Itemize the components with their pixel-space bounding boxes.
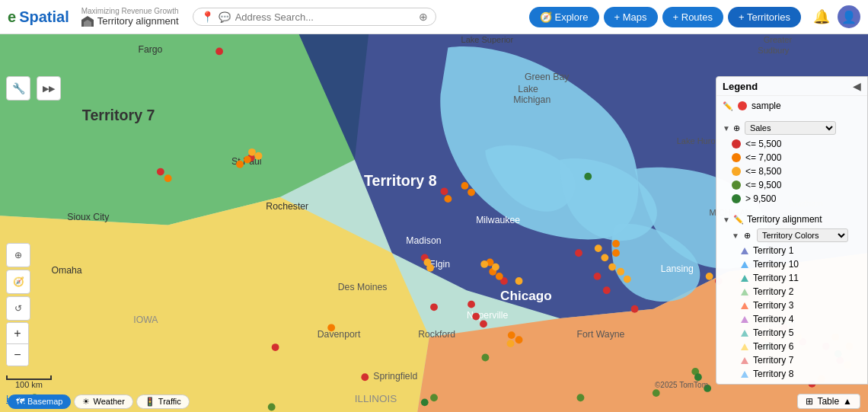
- territory-alignment-header[interactable]: ▼ ✏️ Territory alignment: [723, 212, 861, 227]
- svg-point-85: [601, 254, 608, 261]
- comment-icon: 💬: [219, 11, 231, 23]
- legend-expand-button[interactable]: ◀: [853, 80, 861, 92]
- territory-list: Territory 1 Territory 10 Territory 11 Te…: [723, 244, 861, 381]
- add-location-icon[interactable]: ⊕: [419, 11, 428, 23]
- wrench-tool-button[interactable]: 🔧: [6, 76, 30, 101]
- tool-panel: 🔧: [6, 76, 30, 101]
- territory-triangle-icon: [741, 343, 748, 350]
- sales-item-label: <= 7,000: [745, 152, 781, 163]
- zoom-out-button[interactable]: −: [7, 344, 28, 366]
- svg-point-37: [215, 48, 223, 56]
- sample-edit-icon[interactable]: ✏️: [723, 101, 733, 111]
- sales-legend-item: <= 9,500: [723, 178, 861, 192]
- search-bar[interactable]: 📍 💬 ⊕: [193, 8, 436, 26]
- svg-point-84: [595, 244, 602, 252]
- explore-icon: 🧭: [540, 11, 552, 23]
- basemap-button[interactable]: 🗺 Basemap: [8, 394, 71, 409]
- maps-button[interactable]: + Maps: [604, 7, 658, 27]
- territory-colors-select[interactable]: Territory Colors: [757, 228, 848, 242]
- zoom-in-button[interactable]: +: [7, 323, 28, 344]
- svg-text:Omaha: Omaha: [51, 265, 81, 276]
- territories-button[interactable]: + Territories: [728, 7, 801, 27]
- svg-point-69: [612, 240, 620, 248]
- svg-point-76: [508, 331, 515, 339]
- sales-legend-item: > 9,500: [723, 192, 861, 206]
- svg-text:Rochester: Rochester: [266, 201, 308, 212]
- territory-list-item: Territory 11: [723, 271, 861, 285]
- map-container: Territory 7 Territory 8 Territory 6 Omah…: [0, 34, 868, 412]
- svg-point-68: [496, 273, 503, 280]
- explore-button[interactable]: 🧭 Explore: [529, 7, 599, 27]
- expand-button[interactable]: ▶▶: [37, 76, 61, 101]
- legend-header: Legend ◀: [716, 77, 867, 96]
- svg-point-46: [594, 273, 602, 280]
- territory-list-item: Territory 7: [723, 353, 861, 367]
- sales-dot: [732, 139, 741, 149]
- legend-sample-section: ✏️ sample: [716, 96, 867, 116]
- territory-item-label: Territory 5: [753, 327, 793, 338]
- svg-point-87: [617, 268, 624, 276]
- territory-triangle-icon: [741, 330, 748, 337]
- territory-item-label: Territory 4: [753, 314, 793, 324]
- svg-text:Chicago: Chicago: [500, 288, 552, 303]
- weather-button[interactable]: ☀ Weather: [74, 394, 132, 409]
- svg-point-79: [255, 152, 263, 160]
- territory-triangle-icon: [741, 357, 748, 364]
- svg-point-45: [575, 249, 582, 257]
- sales-legend-item: <= 5,500: [723, 137, 861, 151]
- territory-triangle-icon: [741, 316, 748, 323]
- svg-point-75: [327, 324, 335, 331]
- svg-point-57: [468, 301, 475, 308]
- traffic-button[interactable]: 🚦 Traffic: [136, 394, 190, 409]
- search-input[interactable]: [235, 11, 414, 23]
- territory-item-label: Territory 2: [753, 286, 793, 297]
- page-title: Territory alignment: [97, 15, 179, 27]
- legend-title: Legend: [723, 81, 758, 92]
- map-controls: ⊕ 🧭 ↺: [6, 243, 30, 321]
- locate-me-button[interactable]: ⊕: [6, 243, 30, 267]
- rotate-button[interactable]: ↺: [6, 296, 30, 321]
- territory-edit-icon[interactable]: ✏️: [733, 215, 744, 225]
- sales-item-label: > 9,500: [745, 193, 776, 204]
- sample-color-dot: [738, 101, 747, 110]
- scale-label: 100 km: [6, 380, 52, 389]
- title-row: Territory alignment: [81, 15, 179, 27]
- svg-text:Green Bay: Green Bay: [525, 72, 570, 82]
- svg-text:Milwaukee: Milwaukee: [476, 215, 520, 225]
- expand-icon[interactable]: ▶▶: [37, 76, 61, 101]
- notification-bell-icon[interactable]: 🔔: [813, 8, 830, 25]
- sales-legend-item: <= 7,000: [723, 151, 861, 164]
- legend-panel: Legend ◀ ✏️ sample ▼ ⊕ Sales <= 5,500 <=…: [716, 76, 868, 385]
- territory-list-item: Territory 3: [723, 299, 861, 312]
- sales-dot: [732, 153, 741, 162]
- avatar[interactable]: 👤: [838, 5, 860, 28]
- svg-point-39: [157, 168, 164, 176]
- svg-point-115: [584, 173, 592, 180]
- territory-item-label: Territory 11: [753, 273, 799, 283]
- legend-sales-section: ▼ ⊕ Sales <= 5,500 <= 7,000 <= 8,500 <= …: [716, 116, 867, 209]
- territory-triangle-icon: [741, 261, 748, 268]
- sample-label: sample: [752, 101, 781, 111]
- territory-list-item: Territory 10: [723, 257, 861, 271]
- svg-point-58: [472, 313, 480, 321]
- territory-item-label: Territory 7: [753, 355, 793, 366]
- compass-button[interactable]: 🧭: [6, 270, 30, 294]
- routes-button[interactable]: + Routes: [662, 7, 723, 27]
- svg-point-48: [631, 305, 639, 313]
- legend-sample-item: ✏️ sample: [723, 99, 861, 113]
- sales-icon: ⊕: [733, 123, 740, 133]
- svg-text:Lake Superior: Lake Superior: [461, 35, 514, 44]
- svg-point-78: [248, 149, 256, 156]
- legend-sales-header[interactable]: ▼ ⊕ Sales: [723, 119, 861, 137]
- avatar-icon: 👤: [841, 10, 857, 24]
- svg-point-81: [480, 260, 488, 268]
- territory-item-label: Territory 8: [753, 369, 793, 379]
- sales-legend-item: <= 8,500: [723, 164, 861, 178]
- territory-list-item: Territory 1: [723, 244, 861, 257]
- sales-select[interactable]: Sales: [745, 121, 836, 135]
- sales-item-label: <= 9,500: [745, 180, 781, 190]
- svg-point-59: [480, 320, 487, 327]
- svg-text:Fargo: Fargo: [138, 44, 162, 55]
- basemap-icon: 🗺: [16, 397, 24, 406]
- table-button[interactable]: ⊞ Table ▲: [797, 394, 860, 409]
